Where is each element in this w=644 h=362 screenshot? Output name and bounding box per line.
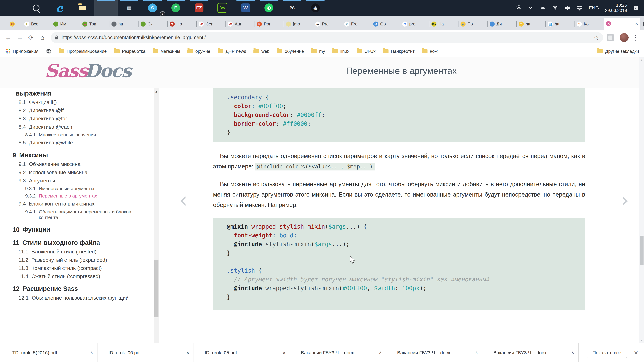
- dropbox-icon[interactable]: [576, 5, 583, 11]
- download-chevron-icon[interactable]: ∧: [475, 350, 478, 355]
- toc-item[interactable]: 8.4 Директива @each: [0, 124, 149, 130]
- taskbar-app[interactable]: [24, 0, 48, 16]
- bookmark-folder-item[interactable]: ДНР news: [218, 49, 246, 54]
- toc-item[interactable]: 9.3.2 Переменные в аргументах: [0, 193, 149, 199]
- toc-item[interactable]: 9.3.1 Именованные аргументы: [0, 186, 149, 192]
- bookmark-folder-item[interactable]: оружие: [188, 49, 210, 54]
- toc-item[interactable]: 9.4.1 Область видимости переменных и бло…: [0, 209, 149, 220]
- browser-tab[interactable]: I Вхо: [22, 18, 51, 30]
- download-item[interactable]: ID_urok_06.pdf ∧: [98, 343, 194, 362]
- extension-icon[interactable]: [606, 34, 614, 41]
- address-bar[interactable]: https://sass-scss.ru/documentation/miksi…: [51, 32, 603, 43]
- bookmark-folder-item[interactable]: магазины: [153, 49, 180, 54]
- toc-item[interactable]: 8.4.1 Множественные значения: [0, 132, 149, 138]
- download-chevron-icon[interactable]: ∧: [282, 350, 286, 355]
- toc-item[interactable]: 11.2 Развернутый стиль (:expanded): [0, 257, 149, 263]
- download-chevron-icon[interactable]: ∧: [90, 350, 94, 355]
- bookmark-globe[interactable]: [46, 48, 52, 54]
- bookmark-folder-item[interactable]: Панкреотит: [383, 49, 414, 54]
- download-item[interactable]: Вакансии ГБУЗ Ч....docx ∧: [482, 343, 578, 362]
- browser-tab[interactable]: W Cer: [196, 18, 226, 30]
- toc-item[interactable]: 12.1 Объявление пользовательских функций: [0, 295, 149, 301]
- taskbar-app[interactable]: E: [164, 0, 188, 16]
- page-scrollbar-thumb[interactable]: [640, 236, 644, 265]
- taskbar-app[interactable]: FZ: [188, 0, 211, 16]
- toc-item[interactable]: 9 Миксины: [0, 151, 149, 159]
- downloads-close-icon[interactable]: ×: [634, 349, 638, 357]
- browser-tab[interactable]: ⇄ По: [458, 18, 488, 30]
- toc-item[interactable]: 11.4 Сжатый стиль (:compressed): [0, 273, 149, 280]
- tray-chevron-icon[interactable]: [528, 5, 534, 11]
- toc-item[interactable]: 11 Стили выходного файла: [0, 239, 149, 247]
- browser-tab[interactable]: Ди: [488, 18, 516, 30]
- bookmark-folder-item[interactable]: Разработка: [114, 49, 146, 54]
- home-button[interactable]: ⌂: [38, 33, 47, 42]
- toc-item[interactable]: 9.4 Блоки контента в миксинах: [0, 201, 149, 207]
- next-page-arrow[interactable]: ›: [621, 190, 629, 210]
- browser-tab[interactable]: P Por: [255, 18, 284, 30]
- page-scrollbar[interactable]: ▲ ▼: [639, 57, 644, 343]
- taskbar-app[interactable]: Dw: [211, 0, 234, 16]
- people-icon[interactable]: [515, 5, 522, 11]
- toc-item[interactable]: 8.3 Директива @for: [0, 115, 149, 122]
- browser-tab[interactable]: Им: [51, 18, 80, 30]
- bookmark-folder-item[interactable]: my: [311, 49, 325, 54]
- download-chevron-icon[interactable]: ∧: [186, 350, 190, 355]
- back-button[interactable]: ←: [4, 33, 13, 42]
- wifi-icon[interactable]: [552, 5, 558, 11]
- download-item[interactable]: Вакансии ГБУЗ Ч....docx ∧: [290, 343, 386, 362]
- browser-tab[interactable]: S Ко: [575, 18, 604, 30]
- browser-tab[interactable]: G pre: [400, 18, 429, 30]
- volume-icon[interactable]: [564, 5, 570, 11]
- scrollbar-down-arrow[interactable]: ▼: [639, 338, 644, 343]
- taskbar-app[interactable]: S 2: [141, 0, 164, 16]
- sidebar-scrollbar[interactable]: ▲: [154, 88, 159, 343]
- sassdocs-logo[interactable]: SassDocs: [45, 60, 131, 82]
- toc-item[interactable]: 10 Функции: [0, 226, 149, 234]
- browser-tab[interactable]: ▼ Но: [168, 18, 196, 30]
- other-bookmarks[interactable]: Другие закладки: [597, 49, 639, 54]
- forward-button[interactable]: →: [15, 33, 24, 42]
- browser-tab[interactable]: ∞ Pre: [313, 18, 342, 30]
- toc-item[interactable]: 8.1 Функция if(): [0, 99, 149, 105]
- download-chevron-icon[interactable]: ∧: [379, 350, 382, 355]
- refresh-button[interactable]: ⟳: [26, 33, 36, 42]
- bookmark-star-icon[interactable]: ☆: [593, 34, 599, 41]
- toc-item[interactable]: 9.3 Аргументы: [0, 178, 149, 184]
- taskbar-app[interactable]: e: [48, 0, 71, 16]
- bookmark-folder-item[interactable]: web: [254, 49, 270, 54]
- taskbar-app[interactable]: [94, 0, 118, 16]
- bookmark-folder-item[interactable]: Ui-Ux: [356, 49, 376, 54]
- browser-tab[interactable]: ≡ htt: [516, 18, 546, 30]
- browser-menu-icon[interactable]: ⋮: [630, 34, 640, 41]
- profile-avatar[interactable]: [620, 33, 628, 42]
- download-item[interactable]: TD_urok_5(2016).pdf ∧: [1, 343, 98, 362]
- toc-item[interactable]: 8.5 Директива @while: [0, 139, 149, 146]
- scroll-up-arrow[interactable]: ▲: [154, 88, 159, 95]
- toc-item[interactable]: 9.1 Объявление миксина: [0, 161, 149, 167]
- tab-close-icon[interactable]: ×: [635, 21, 638, 26]
- toc-item[interactable]: 9.2 Использование миксина: [0, 169, 149, 176]
- taskbar-app[interactable]: PS: [280, 0, 304, 16]
- download-item[interactable]: ID_urok_05.pdf ∧: [194, 343, 290, 362]
- clock[interactable]: 18:25 29.06.2019: [605, 2, 627, 13]
- url-text[interactable]: https://sass-scss.ru/documentation/miksi…: [62, 35, 590, 40]
- bookmark-folder-item[interactable]: нож: [422, 49, 438, 54]
- taskbar-app[interactable]: ▤: [118, 0, 141, 16]
- browser-tab[interactable]: ⇄ Go: [371, 18, 400, 30]
- taskbar-app[interactable]: W: [234, 0, 257, 16]
- browser-tab[interactable]: ✉: [4, 18, 22, 30]
- taskbar-app[interactable]: [1, 0, 24, 16]
- toc-item[interactable]: выражения: [0, 89, 149, 97]
- sidebar-scrollbar-thumb[interactable]: [154, 260, 158, 317]
- language-indicator[interactable]: ENG: [589, 5, 599, 10]
- browser-tab[interactable]: CS: [640, 18, 644, 30]
- download-item[interactable]: Вакансии ГБУЗ Ч....docx ∧: [386, 343, 482, 362]
- toc-item[interactable]: 12 Расширение Sass: [0, 285, 149, 293]
- browser-tab[interactable]: ✳ Fre: [342, 18, 371, 30]
- browser-tab[interactable]: ● Тов: [80, 18, 109, 30]
- browser-tab[interactable]: Ск: [138, 18, 168, 30]
- browser-tab-active[interactable]: S ×: [604, 17, 640, 30]
- browser-tab[interactable]: [mo: [284, 18, 313, 30]
- taskbar-app[interactable]: [71, 0, 94, 16]
